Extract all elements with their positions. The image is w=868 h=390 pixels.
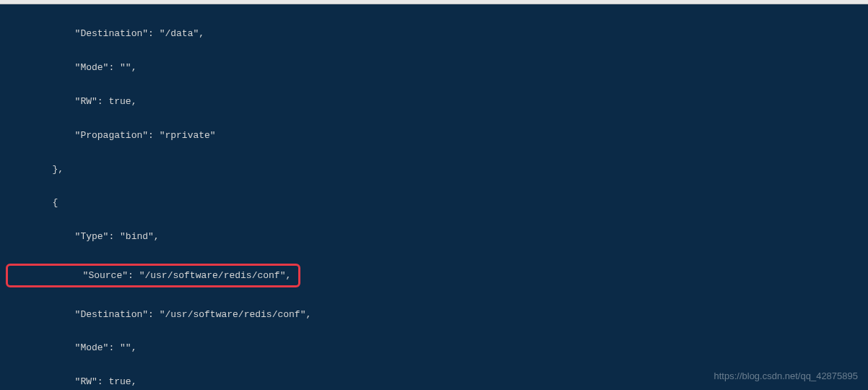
highlighted-source-line: "Source": "/usr/software/redis/conf",	[6, 264, 300, 287]
json-line: "Type": "bind",	[0, 228, 868, 245]
json-line: {	[0, 194, 868, 211]
json-line: "Mode": "",	[0, 339, 868, 356]
terminal-output: "Destination": "/data", "Mode": "", "RW"…	[0, 4, 868, 390]
json-line: "RW": true,	[0, 93, 868, 110]
json-line: },	[0, 161, 868, 178]
json-line: "Propagation": "rprivate"	[0, 127, 868, 144]
json-line: "Destination": "/usr/software/redis/conf…	[0, 306, 868, 323]
watermark-text: https://blog.csdn.net/qq_42875895	[714, 368, 859, 384]
json-line: "Destination": "/data",	[0, 25, 868, 42]
json-line: "Mode": "",	[0, 59, 868, 76]
